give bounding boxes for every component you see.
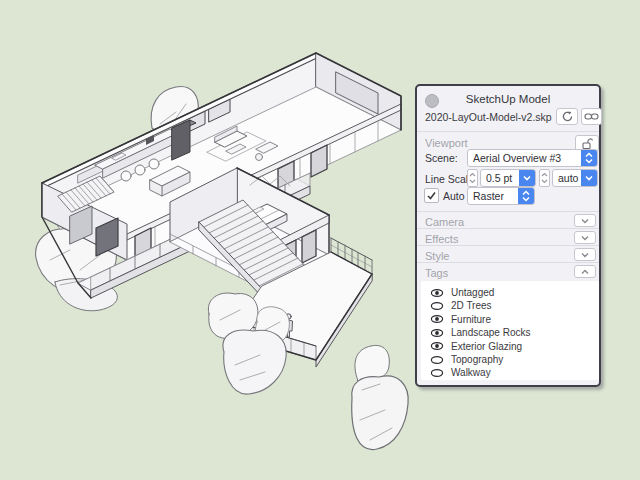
open-eye-icon[interactable] xyxy=(430,314,444,324)
section-effects-label: Effects xyxy=(425,233,458,245)
section-camera-toggle[interactable] xyxy=(574,214,596,227)
tag-row[interactable]: 2D Trees xyxy=(421,299,599,312)
panel-title: SketchUp Model xyxy=(417,93,599,105)
relink-file-button[interactable] xyxy=(581,108,602,125)
section-tags-label: Tags xyxy=(425,267,448,279)
divider xyxy=(417,228,599,229)
scene-select[interactable]: Aerial Overview #3 xyxy=(467,149,598,167)
tag-row[interactable]: Topography xyxy=(421,353,599,366)
landscape-rocks-center xyxy=(208,293,289,394)
checkmark-icon xyxy=(425,189,438,202)
tag-label: Walkway xyxy=(451,367,491,378)
closed-eye-icon[interactable] xyxy=(430,301,444,311)
divider xyxy=(417,262,599,263)
model-filename: 2020-LayOut-Model-v2.skp xyxy=(425,111,552,123)
tag-label: Furniture xyxy=(451,314,491,325)
chevron-down-icon xyxy=(580,251,590,259)
section-style-label: Style xyxy=(425,250,449,262)
chevron-up-down-icon[interactable] xyxy=(581,150,597,166)
open-eye-icon[interactable] xyxy=(430,341,444,351)
open-eye-icon[interactable] xyxy=(430,288,444,298)
section-camera-label: Camera xyxy=(425,216,464,228)
refresh-icon xyxy=(561,110,574,123)
tag-label: Exterior Glazing xyxy=(451,341,522,352)
section-effects-toggle[interactable] xyxy=(574,231,596,244)
render-mode-select[interactable]: Raster xyxy=(467,187,535,205)
divider xyxy=(417,211,599,212)
line-weight-value: auto xyxy=(553,172,581,184)
tag-label: Topography xyxy=(451,354,503,365)
tag-row[interactable]: Landscape Rocks xyxy=(421,326,599,339)
line-scale-value: 0.5 pt xyxy=(481,172,519,184)
chevron-up-down-icon[interactable] xyxy=(518,188,534,204)
auto-checkbox[interactable] xyxy=(424,188,439,203)
viewport-section-label: Viewport xyxy=(425,137,468,149)
tag-label: Landscape Rocks xyxy=(451,327,531,338)
chevron-up-icon xyxy=(580,268,590,276)
refresh-reference-button[interactable] xyxy=(556,108,578,125)
tag-label: Untagged xyxy=(451,287,494,298)
chevron-down-icon xyxy=(580,234,590,242)
layout-canvas: SketchUp Model 2020-LayOut-Model-v2.skp … xyxy=(0,0,640,480)
closed-eye-icon[interactable] xyxy=(430,355,444,365)
chevron-down-icon[interactable] xyxy=(581,170,597,186)
line-scale-stepper[interactable] xyxy=(467,169,478,187)
chevron-down-icon xyxy=(580,217,590,225)
divider xyxy=(417,131,599,132)
line-scale-input[interactable]: 0.5 pt xyxy=(480,169,536,187)
sketchup-model-panel: SketchUp Model 2020-LayOut-Model-v2.skp … xyxy=(415,84,601,387)
scene-value: Aerial Overview #3 xyxy=(468,152,581,164)
section-style-toggle[interactable] xyxy=(574,248,596,261)
chevron-down-icon[interactable] xyxy=(519,170,535,186)
tag-label: 2D Trees xyxy=(451,300,492,311)
tag-row[interactable]: Exterior Glazing xyxy=(421,340,599,353)
tag-row[interactable]: Walkway xyxy=(421,366,599,379)
line-weight-stepper[interactable] xyxy=(539,169,550,187)
tag-row[interactable]: Furniture xyxy=(421,313,599,326)
open-eye-icon[interactable] xyxy=(430,328,444,338)
line-weight-input[interactable]: auto xyxy=(552,169,598,187)
tag-row[interactable]: Untagged xyxy=(421,286,599,299)
render-mode-value: Raster xyxy=(468,190,518,202)
link-icon xyxy=(584,112,599,121)
divider xyxy=(417,245,599,246)
scene-label: Scene: xyxy=(425,152,458,164)
landscape-rock-bottom xyxy=(352,345,408,449)
tags-list: Untagged2D TreesFurnitureLandscape Rocks… xyxy=(421,281,599,380)
section-tags-toggle[interactable] xyxy=(574,265,596,278)
auto-label: Auto xyxy=(443,190,465,202)
closed-eye-icon[interactable] xyxy=(430,368,444,378)
